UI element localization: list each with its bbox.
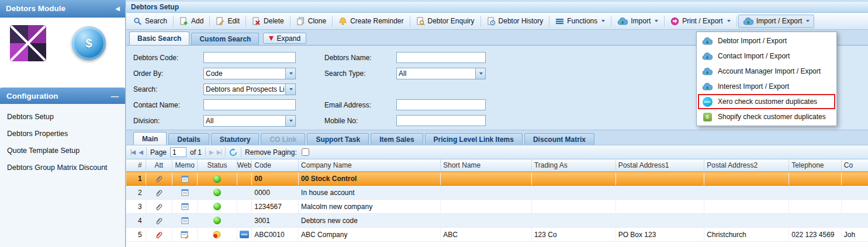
memo-cell [172, 228, 198, 241]
sidebar-collapse-button[interactable]: ◀ [115, 5, 120, 12]
col-header-co[interactable]: Co [842, 159, 868, 171]
col-header-att[interactable]: Att [146, 159, 172, 171]
memo-edit-icon[interactable] [181, 231, 189, 239]
table-row[interactable]: 3 1234567 Malcolm new company [126, 200, 868, 214]
expand-button[interactable]: Expand [263, 33, 306, 44]
history-icon [487, 17, 496, 26]
website-icon[interactable]: www [240, 231, 249, 238]
row-number: 5 [126, 228, 146, 241]
add-button[interactable]: Add [175, 15, 208, 28]
configuration-section-header[interactable]: Configuration — [0, 88, 125, 104]
web-cell: www [237, 228, 253, 241]
debtor-history-button[interactable]: Debtor History [482, 15, 548, 28]
col-header-trading-as[interactable]: Trading As [532, 159, 616, 171]
functions-menu-button[interactable]: Functions [551, 15, 610, 28]
dropdown-button[interactable] [475, 68, 485, 79]
tab-discount-matrix[interactable]: Discount Matrix [524, 133, 594, 145]
contact-name-input[interactable] [203, 99, 296, 110]
menu-item-shopify-check-customer-duplicates[interactable]: S Shopify check customer duplicates [698, 109, 835, 124]
table-row[interactable]: 1 00 00 Stock Control [126, 172, 868, 186]
paging-toolbar: |◀ ◀ Page of 1 ▶ ▶| Remove Paging: [126, 145, 868, 159]
paperclip-icon[interactable] [155, 175, 162, 183]
table-row[interactable]: 5 www ABC0010 ABC Company ABC 123 Co PO … [126, 228, 868, 242]
tab-custom-search[interactable]: Custom Search [191, 33, 259, 45]
col-header-telephone[interactable]: Telephone [789, 159, 842, 171]
edit-button[interactable]: Edit [211, 15, 244, 28]
paperclip-icon[interactable] [155, 217, 162, 225]
col-header-postal-address2[interactable]: Postal Address2 [704, 159, 789, 171]
menu-item-account-manager-import-export[interactable]: Account Manager Import / Export [698, 64, 835, 79]
trading-as-cell: 123 Co [532, 228, 616, 241]
cloud-import-export-icon [701, 37, 713, 45]
debtors-code-input[interactable] [203, 52, 296, 63]
next-page-button[interactable]: ▶ [209, 149, 213, 155]
refresh-icon[interactable] [229, 148, 237, 156]
debtor-enquiry-button[interactable]: Debtor Enquiry [411, 15, 479, 28]
prev-page-button[interactable]: ◀ [139, 149, 143, 155]
code-cell: 3001 [252, 214, 299, 227]
telephone-cell [789, 186, 842, 199]
col-header-postal-address1[interactable]: Postal Address1 [616, 159, 705, 171]
dropdown-button[interactable] [285, 84, 295, 95]
col-header-company-name[interactable]: Company Name [299, 159, 441, 171]
division-select[interactable]: All [203, 115, 296, 127]
col-header-status[interactable]: Status [198, 159, 237, 171]
debtors-name-input[interactable] [396, 52, 486, 63]
page-number-input[interactable] [170, 147, 186, 157]
col-header-web[interactable]: Web [237, 159, 253, 171]
memo-icon[interactable] [181, 175, 189, 183]
clone-button[interactable]: Clone [292, 15, 331, 28]
table-row[interactable]: 2 0000 In house account [126, 186, 868, 200]
last-page-button[interactable]: ▶| [217, 149, 222, 155]
mobile-no-input[interactable] [396, 115, 486, 126]
search-button[interactable]: Search [129, 15, 172, 28]
col-header-short-name[interactable]: Short Name [441, 159, 532, 171]
detail-tabstrip: Main Details Statutory CO Link Support T… [126, 130, 868, 145]
memo-icon[interactable] [181, 203, 189, 210]
menu-item-debtor-import-export[interactable]: Debtor Import / Export [698, 33, 835, 48]
search-scope-select[interactable]: Debtors and Prospects Li [203, 84, 296, 95]
sidebar-item-quote-template-setup[interactable]: Quote Template Setup [0, 142, 125, 159]
memo-icon[interactable] [181, 217, 189, 224]
sidebar-item-debtors-properties[interactable]: Debtors Properties [0, 125, 125, 142]
dropdown-button[interactable] [285, 116, 295, 126]
table-row[interactable]: 4 3001 Debtors new code [126, 214, 868, 228]
tab-main[interactable]: Main [133, 132, 167, 145]
menu-item-contact-import-export[interactable]: Contact Import / Export [698, 48, 835, 64]
collapse-section-icon[interactable]: — [111, 92, 119, 100]
col-header-memo[interactable]: Memo [172, 159, 198, 171]
chevron-down-icon [806, 20, 810, 22]
sidebar-item-debtors-group-matrix-discount[interactable]: Debtors Group Matrix Discount [0, 159, 125, 176]
paperclip-icon[interactable] [155, 189, 162, 197]
menu-item-xero-check-customer-duplicates[interactable]: XERO Xero check customer duplicates [698, 94, 835, 109]
dropdown-button[interactable] [285, 68, 295, 79]
import-menu-button[interactable]: Import [613, 15, 663, 28]
menu-item-interest-import-export[interactable]: Interest Import / Export [698, 79, 835, 94]
tab-item-sales[interactable]: Item Sales [371, 133, 423, 145]
delete-button[interactable]: Delete [247, 15, 289, 28]
import-export-menu-button[interactable]: Import / Export [738, 15, 815, 28]
first-page-button[interactable]: |◀ [130, 149, 135, 155]
email-address-input[interactable] [396, 99, 486, 110]
search-type-select[interactable]: All [396, 68, 486, 79]
paperclip-red-icon[interactable] [155, 231, 162, 239]
tab-pricing-level-link-items[interactable]: Pricing Level Link Items [425, 133, 523, 145]
col-header-code[interactable]: Code [252, 159, 299, 171]
remove-paging-checkbox[interactable] [302, 148, 309, 156]
chevron-down-icon [289, 72, 293, 75]
short-name-cell [441, 200, 532, 213]
cloud-import-export-icon [701, 53, 713, 60]
tab-statutory[interactable]: Statutory [211, 133, 260, 145]
create-reminder-button[interactable]: Create Reminder [334, 15, 408, 28]
trading-as-cell [532, 172, 616, 185]
order-by-select[interactable]: Code [203, 68, 296, 79]
tab-basic-search[interactable]: Basic Search [129, 32, 189, 45]
paperclip-icon[interactable] [155, 203, 162, 211]
tab-support-task[interactable]: Support Task [307, 133, 369, 145]
sidebar-item-debtors-setup[interactable]: Debtors Setup [0, 108, 125, 125]
col-header-number[interactable]: # [126, 159, 146, 171]
memo-icon[interactable] [181, 189, 189, 196]
print-export-menu-button[interactable]: Print / Export [666, 15, 735, 28]
shopify-icon: S [701, 113, 713, 121]
tab-details[interactable]: Details [168, 133, 209, 145]
